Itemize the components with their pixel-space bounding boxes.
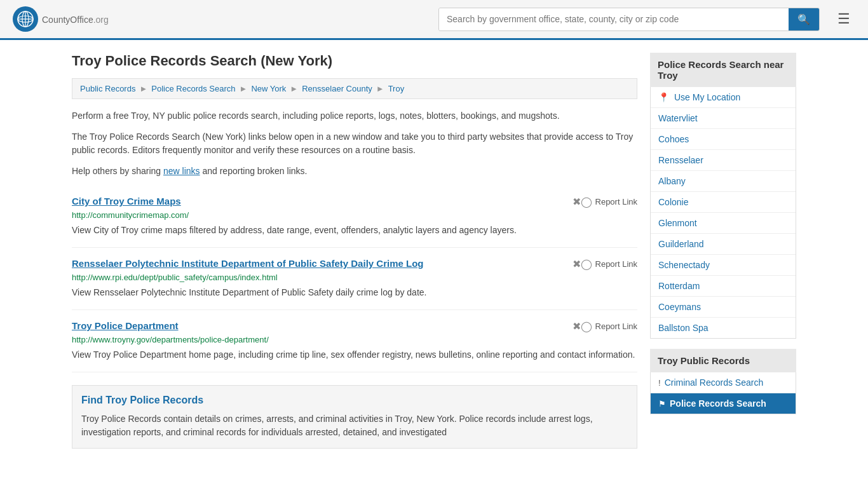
- search-button[interactable]: 🔍: [789, 8, 819, 30]
- nearby-link-cohoes[interactable]: Cohoes: [658, 134, 689, 144]
- nearby-link-guilderland[interactable]: Guilderland: [658, 239, 704, 249]
- report-link-btn-3[interactable]: ✖◯ Report Link: [573, 320, 637, 332]
- result-title-3[interactable]: Troy Police Department: [72, 320, 179, 331]
- location-pin-icon: 📍: [658, 92, 669, 102]
- sidebar-nearby-guilderland[interactable]: Guilderland: [651, 234, 796, 255]
- nearby-link-watervliet[interactable]: Watervliet: [658, 113, 698, 123]
- result-item-2: Rensselaer Polytechnic Institute Departm…: [72, 248, 637, 310]
- sidebar-public-records-header: Troy Public Records: [650, 349, 796, 372]
- sidebar-nearby-rensselaer[interactable]: Rensselaer: [651, 150, 796, 171]
- find-section-desc: Troy Police Records contain details on c…: [81, 412, 628, 439]
- sidebar-nearby-albany[interactable]: Albany: [651, 171, 796, 192]
- result-url-2[interactable]: http://www.rpi.edu/dept/public_safety/ca…: [72, 273, 637, 282]
- result-desc-1: View City of Troy crime maps filtered by…: [72, 224, 637, 237]
- breadcrumb-new-york[interactable]: New York: [251, 84, 286, 93]
- result-item-1: City of Troy Crime Maps ✖◯ Report Link h…: [72, 186, 637, 248]
- new-links-link[interactable]: new links: [163, 166, 200, 176]
- description-3: Help others by sharing new links and rep…: [72, 165, 637, 178]
- sidebar-criminal-records[interactable]: ! Criminal Records Search: [651, 372, 796, 393]
- result-desc-2: View Rensselaer Polytechnic Institute De…: [72, 286, 637, 299]
- nearby-link-rotterdam[interactable]: Rotterdam: [658, 281, 700, 291]
- sidebar-public-records-list: ! Criminal Records Search ⚑ Police Recor…: [650, 372, 796, 414]
- shield-icon: ⚑: [658, 399, 666, 409]
- report-label-1: Report Link: [595, 197, 637, 207]
- sidebar-nearby-list: 📍 Use My Location Watervliet Cohoes Rens…: [650, 87, 796, 339]
- content-area: Troy Police Records Search (New York) Pu…: [72, 53, 637, 449]
- sidebar-police-records[interactable]: ⚑ Police Records Search: [651, 393, 796, 414]
- logo-text: CountyOffice.org: [42, 13, 109, 26]
- find-section: Find Troy Police Records Troy Police Rec…: [72, 385, 637, 449]
- menu-button[interactable]: ☰: [832, 8, 855, 30]
- description-2: The Troy Police Records Search (New York…: [72, 130, 637, 157]
- nearby-link-ballston-spa[interactable]: Ballston Spa: [658, 323, 709, 333]
- find-section-title: Find Troy Police Records: [81, 395, 628, 406]
- report-icon-2: ✖◯: [573, 258, 592, 270]
- nearby-link-albany[interactable]: Albany: [658, 176, 686, 186]
- result-title-2[interactable]: Rensselaer Polytechnic Institute Departm…: [72, 258, 423, 269]
- nearby-link-colonie[interactable]: Colonie: [658, 197, 688, 207]
- nearby-link-coeymans[interactable]: Coeymans: [658, 302, 701, 312]
- criminal-records-link[interactable]: Criminal Records Search: [665, 377, 764, 388]
- sidebar-nearby-cohoes[interactable]: Cohoes: [651, 129, 796, 150]
- breadcrumb-public-records[interactable]: Public Records: [80, 84, 135, 93]
- desc3-pre: Help others by sharing: [72, 166, 163, 176]
- sidebar-nearby-colonie[interactable]: Colonie: [651, 192, 796, 213]
- result-header-3: Troy Police Department ✖◯ Report Link: [72, 320, 637, 332]
- report-label-3: Report Link: [595, 322, 637, 331]
- result-url-1[interactable]: http://communitycrimemap.com/: [72, 210, 637, 220]
- result-url-3[interactable]: http://www.troyny.gov/departments/police…: [72, 335, 637, 344]
- result-header-1: City of Troy Crime Maps ✖◯ Report Link: [72, 196, 637, 208]
- search-bar: 🔍: [438, 8, 820, 31]
- report-icon-3: ✖◯: [573, 320, 592, 332]
- header: CountyOffice.org 🔍 ☰: [0, 0, 868, 40]
- logo-icon: [13, 6, 38, 32]
- result-desc-3: View Troy Police Department home page, i…: [72, 348, 637, 362]
- breadcrumb: Public Records ► Police Records Search ►…: [72, 78, 637, 99]
- nearby-link-glenmont[interactable]: Glenmont: [658, 218, 697, 228]
- report-link-btn-2[interactable]: ✖◯ Report Link: [573, 258, 637, 270]
- sidebar-nearby-glenmont[interactable]: Glenmont: [651, 213, 796, 234]
- description-1: Perform a free Troy, NY public police re…: [72, 109, 637, 123]
- use-my-location-link[interactable]: Use My Location: [674, 92, 740, 102]
- logo[interactable]: CountyOffice.org: [13, 6, 109, 32]
- breadcrumb-troy[interactable]: Troy: [388, 84, 405, 93]
- sidebar-nearby-watervliet[interactable]: Watervliet: [651, 108, 796, 129]
- result-item-3: Troy Police Department ✖◯ Report Link ht…: [72, 310, 637, 372]
- breadcrumb-rensselaer-county[interactable]: Rensselaer County: [302, 84, 372, 93]
- breadcrumb-sep-1: ►: [139, 84, 147, 93]
- sidebar-nearby-header: Police Records Search near Troy: [650, 53, 796, 87]
- nearby-link-schenectady[interactable]: Schenectady: [658, 260, 710, 270]
- report-label-2: Report Link: [595, 259, 637, 269]
- report-link-btn-1[interactable]: ✖◯ Report Link: [573, 196, 637, 208]
- sidebar-public-records-section: Troy Public Records ! Criminal Records S…: [650, 349, 796, 414]
- sidebar-use-location[interactable]: 📍 Use My Location: [651, 87, 796, 108]
- search-icon: 🔍: [797, 14, 810, 25]
- page-title: Troy Police Records Search (New York): [72, 53, 637, 69]
- exclamation-icon: !: [658, 378, 661, 388]
- sidebar-nearby-coeymans[interactable]: Coeymans: [651, 297, 796, 318]
- result-header-2: Rensselaer Polytechnic Institute Departm…: [72, 258, 637, 270]
- search-input[interactable]: [439, 8, 789, 30]
- breadcrumb-sep-3: ►: [290, 84, 298, 93]
- result-title-1[interactable]: City of Troy Crime Maps: [72, 196, 181, 207]
- nearby-link-rensselaer[interactable]: Rensselaer: [658, 155, 703, 165]
- report-icon-1: ✖◯: [573, 196, 592, 208]
- desc3-post: and reporting broken links.: [200, 166, 308, 176]
- main-layout: Troy Police Records Search (New York) Pu…: [59, 40, 809, 449]
- police-records-link[interactable]: Police Records Search: [670, 398, 766, 409]
- sidebar: Police Records Search near Troy 📍 Use My…: [650, 53, 796, 449]
- breadcrumb-sep-2: ►: [240, 84, 248, 93]
- hamburger-icon: ☰: [837, 11, 850, 27]
- sidebar-nearby-ballston-spa[interactable]: Ballston Spa: [651, 318, 796, 338]
- sidebar-nearby-section: Police Records Search near Troy 📍 Use My…: [650, 53, 796, 339]
- sidebar-nearby-rotterdam[interactable]: Rotterdam: [651, 276, 796, 297]
- sidebar-nearby-schenectady[interactable]: Schenectady: [651, 255, 796, 276]
- breadcrumb-police-records-search[interactable]: Police Records Search: [151, 84, 235, 93]
- breadcrumb-sep-4: ►: [376, 84, 384, 93]
